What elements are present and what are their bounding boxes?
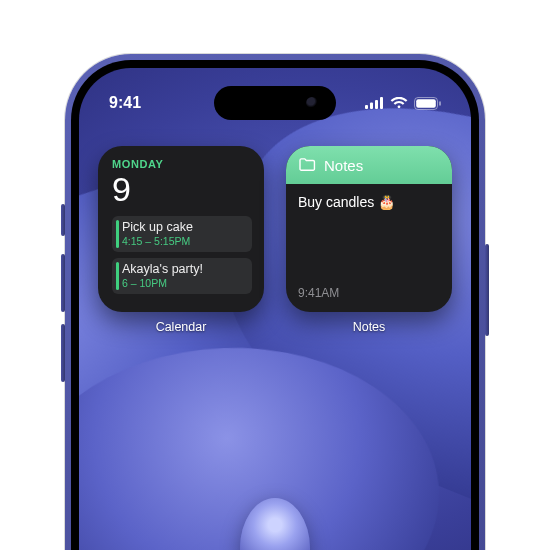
svg-rect-0 bbox=[365, 105, 368, 109]
folder-icon bbox=[298, 158, 316, 172]
widget-label-calendar: Calendar bbox=[156, 320, 207, 334]
event-title: Akayla's party! bbox=[122, 262, 244, 276]
volume-up-button bbox=[61, 254, 65, 312]
iphone-frame: 9:41 bbox=[65, 54, 485, 550]
event-title: Pick up cake bbox=[122, 220, 244, 234]
svg-rect-1 bbox=[370, 103, 373, 110]
note-timestamp: 9:41AM bbox=[298, 286, 339, 300]
wifi-icon bbox=[390, 97, 408, 109]
calendar-event[interactable]: Pick up cake 4:15 – 5:15PM bbox=[112, 216, 252, 252]
note-text: Buy candles 🎂 bbox=[298, 194, 440, 210]
side-button bbox=[485, 244, 489, 336]
svg-rect-3 bbox=[380, 97, 383, 109]
widget-row: MONDAY 9 Pick up cake 4:15 – 5:15PM Akay… bbox=[79, 146, 471, 334]
ring-switch bbox=[61, 204, 65, 236]
battery-icon bbox=[414, 97, 441, 110]
widget-label-notes: Notes bbox=[353, 320, 386, 334]
calendar-event-list: Pick up cake 4:15 – 5:15PM Akayla's part… bbox=[112, 216, 252, 294]
status-bar: 9:41 bbox=[79, 88, 471, 118]
svg-rect-5 bbox=[416, 99, 436, 108]
calendar-day-label: MONDAY bbox=[112, 158, 252, 170]
volume-down-button bbox=[61, 324, 65, 382]
notes-widget-header: Notes bbox=[286, 146, 452, 184]
svg-rect-6 bbox=[439, 101, 441, 106]
calendar-event[interactable]: Akayla's party! 6 – 10PM bbox=[112, 258, 252, 294]
notes-header-title: Notes bbox=[324, 157, 363, 174]
cellular-icon bbox=[365, 97, 384, 109]
event-time: 6 – 10PM bbox=[122, 277, 244, 289]
calendar-day-number: 9 bbox=[112, 172, 252, 206]
event-time: 4:15 – 5:15PM bbox=[122, 235, 244, 247]
svg-rect-2 bbox=[375, 100, 378, 109]
notes-widget-body: Buy candles 🎂 9:41AM bbox=[286, 184, 452, 312]
calendar-widget[interactable]: MONDAY 9 Pick up cake 4:15 – 5:15PM Akay… bbox=[98, 146, 264, 312]
home-screen[interactable]: 9:41 bbox=[79, 68, 471, 550]
iphone-bezel: 9:41 bbox=[71, 60, 479, 550]
status-time: 9:41 bbox=[109, 94, 141, 112]
notes-widget[interactable]: Notes Buy candles 🎂 9:41AM bbox=[286, 146, 452, 312]
